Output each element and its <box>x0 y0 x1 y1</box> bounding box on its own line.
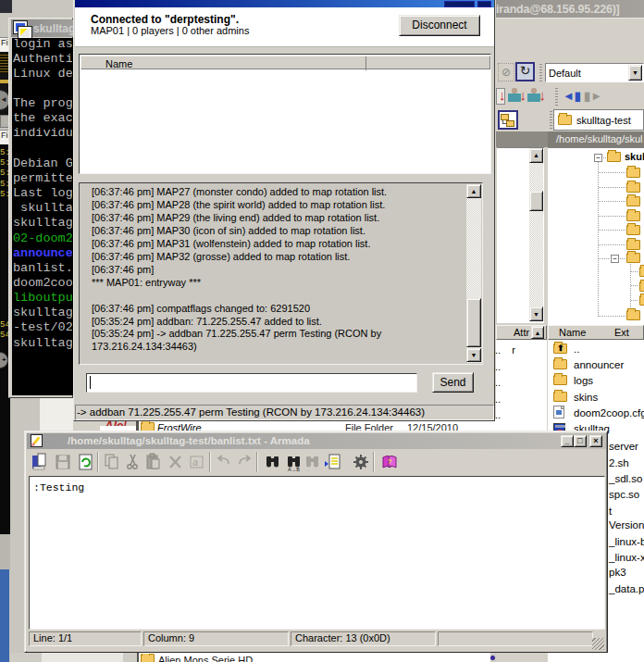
svg-text:A→B: A→B <box>288 467 300 472</box>
svg-text:...: ... <box>306 467 311 472</box>
svg-text:?: ? <box>388 457 392 466</box>
svg-text:a: a <box>192 456 198 468</box>
